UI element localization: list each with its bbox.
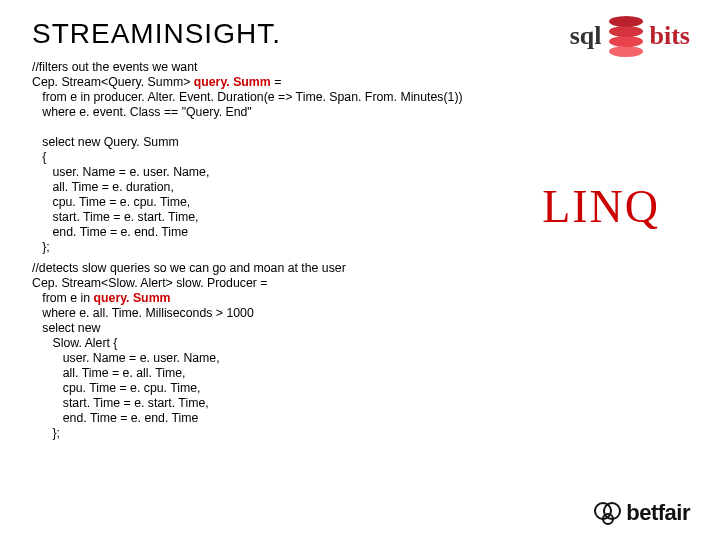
code-line: end. Time = e. end. Time — [32, 411, 198, 425]
linq-label: LINQ — [542, 180, 660, 233]
code-line: cpu. Time = e. cpu. Time, — [32, 195, 190, 209]
code-line: all. Time = e. duration, — [32, 180, 174, 194]
sqlbits-logo-bits: bits — [650, 21, 690, 51]
betfair-icon — [594, 502, 620, 524]
code-line: end. Time = e. end. Time — [32, 225, 188, 239]
code-line: user. Name = e. user. Name, — [32, 351, 220, 365]
code-keyword: query. Summ — [194, 75, 271, 89]
code-line: = — [271, 75, 282, 89]
code-line: select new — [32, 321, 100, 335]
database-icon — [609, 16, 643, 56]
sqlbits-logo: sql bits — [570, 16, 690, 56]
code-line: from e in producer. Alter. Event. Durati… — [32, 90, 463, 104]
betfair-logo-text: betfair — [626, 500, 690, 526]
code-line: { — [32, 150, 46, 164]
code-line: where e. event. Class == "Query. End" — [32, 105, 252, 119]
betfair-logo: betfair — [594, 500, 690, 526]
code-line: //filters out the events we want — [32, 60, 197, 74]
code-line: all. Time = e. all. Time, — [32, 366, 185, 380]
code-line: user. Name = e. user. Name, — [32, 165, 209, 179]
code-line: }; — [32, 426, 60, 440]
code-line: Slow. Alert { — [32, 336, 117, 350]
sqlbits-logo-sql: sql — [570, 21, 602, 51]
code-line: start. Time = e. start. Time, — [32, 210, 198, 224]
slide: STREAMINSIGHT. sql bits //filters out th… — [0, 0, 720, 540]
code-line: //detects slow queries so we can go and … — [32, 261, 346, 275]
code-line: Cep. Stream<Query. Summ> — [32, 75, 194, 89]
code-line: from e in — [32, 291, 94, 305]
code-line: where e. all. Time. Milliseconds > 1000 — [32, 306, 254, 320]
code-line: }; — [32, 240, 50, 254]
code-line: Cep. Stream<Slow. Alert> slow. Producer … — [32, 276, 267, 290]
code-line: start. Time = e. start. Time, — [32, 396, 209, 410]
code-keyword: query. Summ — [94, 291, 171, 305]
code-block-2: //detects slow queries so we can go and … — [32, 261, 688, 441]
code-line: cpu. Time = e. cpu. Time, — [32, 381, 200, 395]
code-line: select new Query. Summ — [32, 135, 179, 149]
